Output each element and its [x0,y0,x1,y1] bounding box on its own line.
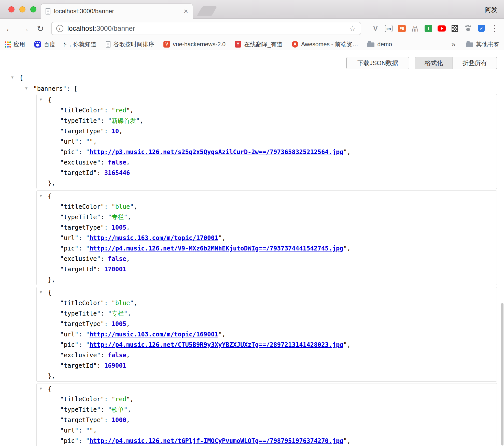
json-property-line: "pic": "http://p4.music.126.net/CTU5B9R9… [37,340,497,350]
window-minimize-button[interactable] [19,6,25,12]
bookmark-google-sort[interactable]: 谷歌按时间排序 [106,40,154,48]
bookmark-baidu[interactable]: 百度一下，你就知道 [34,40,96,48]
json-number-value: 169001 [104,362,126,369]
json-punctuation: : [78,341,86,348]
json-punctuation: : [101,352,108,359]
bookmark-demo-folder[interactable]: demo [367,41,392,48]
json-punctuation: " [86,437,89,444]
window-close-button[interactable] [8,6,15,12]
json-punctuation: : [78,245,86,252]
json-property-line: "pic": "http://p4.music.126.net/V9-MXz6b… [37,243,497,254]
bookmark-label: 谷歌按时间排序 [113,40,154,48]
json-object-box: ▼{"titleColor": "red","typeTitle": "新碟首发… [36,94,497,189]
collapse-triangle-icon[interactable]: ▼ [40,383,48,394]
download-json-button[interactable]: 下载JSON数据 [346,57,409,69]
bookmark-label: demo [377,41,392,48]
youtube-icon[interactable] [438,24,446,33]
collapse-triangle-icon[interactable]: ▼ [40,94,48,105]
bookmark-apps[interactable]: 应用 [5,40,25,48]
json-punctuation: , [128,310,131,317]
json-link-value[interactable]: http://music.163.com/m/topic/169001 [90,331,218,338]
json-link-value[interactable]: http://p4.music.126.net/CTU5B9R9y3XyYBZX… [90,341,343,348]
json-punctuation: " [126,396,130,403]
forward-button[interactable]: → [21,24,30,33]
fehelper-icon[interactable]: FE [398,24,406,33]
collapse-triangle-icon[interactable]: ▼ [40,191,48,201]
format-button[interactable]: 格式化 [415,57,453,69]
paw-extension-icon[interactable] [464,24,472,33]
json-punctuation: , [222,331,226,338]
json-punctuation: , [130,396,134,403]
green-shield-icon[interactable]: T [424,24,432,33]
json-property-line: "exclusive": false, [37,254,497,264]
collapse-triangle-icon[interactable]: ▼ [11,72,19,83]
json-key: "pic" [60,341,78,348]
collapse-triangle-icon[interactable]: ▼ [40,287,48,298]
json-open-line: ▼{ [37,383,497,394]
bookmark-star-icon[interactable]: ☆ [349,25,356,33]
format-collapse-group: 格式化 折叠所有 [415,57,497,69]
collapse-triangle-icon[interactable]: ▼ [25,83,33,94]
json-punctuation: , [126,352,130,359]
json-punctuation: , [126,417,130,424]
page-icon [46,8,50,14]
json-punctuation: , [140,117,143,124]
json-key: "url" [60,234,78,242]
json-punctuation: " [86,234,89,242]
json-punctuation: : [101,159,108,166]
browser-menu-icon[interactable]: ⋮ [491,25,499,32]
qr-code-icon[interactable] [451,24,459,33]
json-link-value[interactable]: http://p4.music.126.net/tGPljf-IMOCyPvum… [90,437,343,444]
json-link-value[interactable]: http://p3.music.126.net/s25q2x5QyqsAzilC… [90,148,343,156]
json-link-value[interactable]: http://music.163.com/m/topic/170001 [90,234,218,242]
window-zoom-button[interactable] [30,6,36,12]
json-boolean-value: false [108,159,126,166]
bookmark-vue-hackernews[interactable]: V vue-hackernews-2.0 [163,41,226,48]
other-bookmarks-label: 其他书签 [476,40,499,48]
json-key: "url" [60,427,78,434]
info-icon[interactable]: i [56,25,63,32]
json-punctuation: }, [48,180,55,187]
json-punctuation: : [101,406,108,413]
json-key: "targetId" [60,362,97,369]
json-property-line: "targetType": 1000, [37,415,497,425]
vue-hn-icon: V [163,41,170,48]
json-key: "banners" [33,85,66,92]
json-punctuation: , [126,159,130,166]
org-chart-icon[interactable]: 品 [411,24,419,33]
bookmark-label: 百度一下，你就知道 [44,40,96,48]
json-punctuation: " [136,117,139,124]
json-banners-line: ▼"banners": [ [25,83,504,94]
json-punctuation: , [134,300,137,307]
new-tab-button[interactable] [197,6,217,16]
back-button[interactable]: ← [5,24,14,33]
vue-devtools-icon[interactable]: V [371,24,380,33]
browser-tab[interactable]: localhost:3000/banner × [41,4,193,19]
other-bookmarks[interactable]: 其他书签 [466,40,499,48]
json-number-value: 3165446 [104,169,130,176]
json-number-value: 1000 [111,417,126,424]
json-property-line: "url": "", [37,137,497,147]
bookmark-label: Awesomes - 前端资… [301,40,358,48]
blue-shield-check-icon[interactable]: ✓ [477,24,485,33]
json-key: "titleColor" [60,300,104,307]
json-property-line: "typeTitle": "专栏", [37,308,497,319]
json-link-value[interactable]: http://p4.music.126.net/V9-MXz6b2MNhEKju… [90,245,343,252]
json-punctuation: : [104,300,111,307]
address-bar[interactable]: i localhost:3000/banner ☆ [51,22,361,35]
json-punctuation: " [108,214,111,221]
bookmarks-overflow-icon[interactable]: » [451,40,456,49]
bookmark-awesomes[interactable]: A Awesomes - 前端资… [292,40,358,48]
tab-close-icon[interactable]: × [184,7,188,15]
bookmark-youdao-translate[interactable]: Y 在线翻译_有道 [235,40,283,48]
json-number-value: 1005 [111,320,126,328]
json-key: "targetType" [60,128,104,135]
json-punctuation: , [130,107,134,114]
collapse-all-button[interactable]: 折叠所有 [453,57,497,69]
youdao-translate-icon[interactable]: en [385,24,393,33]
json-punctuation: , [126,320,130,328]
reload-button[interactable]: ↻ [37,24,44,33]
json-property-line: "targetId": 169001 [37,361,497,371]
scrollbar-thumb[interactable] [501,303,503,445]
json-property-line: "titleColor": "blue", [37,202,497,212]
